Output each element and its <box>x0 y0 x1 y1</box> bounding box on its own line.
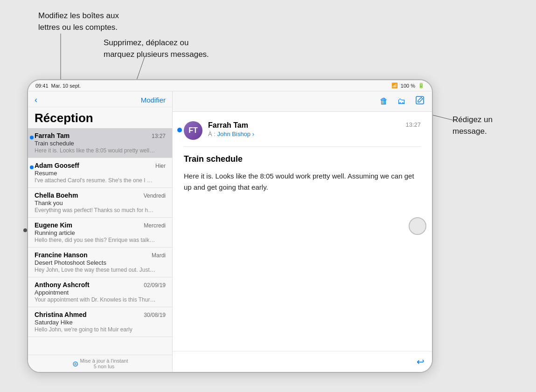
email-detail: FT Farrah Tam À : John Bishop › 13:27 Tr… <box>173 112 432 351</box>
svg-rect-4 <box>416 96 424 104</box>
left-panel: ‹ Modifier Réception Farrah Tam 13:27 Tr… <box>28 91 173 372</box>
message-subject: Resume <box>35 170 166 177</box>
message-sender: Eugene Kim <box>35 221 72 229</box>
unread-dot <box>30 165 34 169</box>
battery-label: 100 % <box>401 83 415 89</box>
back-button[interactable]: ‹ <box>35 95 37 105</box>
message-subject: Train schedule <box>35 140 166 147</box>
status-date: Mar. 10 sept. <box>51 83 81 89</box>
right-panel: 🗑 🗂 FT Farra <box>173 91 432 372</box>
move-button[interactable]: 🗂 <box>397 96 406 106</box>
annotation-mailboxes: Modifiez les boîtes auxlettres ou les co… <box>38 10 119 33</box>
unread-label: 5 non lus <box>94 364 115 369</box>
message-time: Vendredi <box>144 193 166 199</box>
right-toolbar: 🗑 🗂 <box>173 91 432 112</box>
email-timestamp: 13:27 <box>405 121 421 128</box>
message-subject: Running article <box>35 229 166 236</box>
compose-button[interactable] <box>415 96 425 107</box>
side-indicator <box>23 228 27 232</box>
wifi-icon: 📶 <box>391 83 398 89</box>
left-footer: ⊜ Mise à jour à l'instant 5 non lus <box>28 355 172 372</box>
mail-layout: ‹ Modifier Réception Farrah Tam 13:27 Tr… <box>28 91 432 372</box>
battery-icon: 🔋 <box>418 83 425 89</box>
message-preview: Your appointment with Dr. Knowles is thi… <box>35 296 156 303</box>
message-subject: Desert Photoshoot Selects <box>35 259 166 266</box>
status-time: 09:41 <box>35 83 49 89</box>
message-preview: Hey John, Love the way these turned out.… <box>35 267 156 273</box>
message-sender: Chella Boehm <box>35 192 78 199</box>
unread-dot <box>30 136 34 139</box>
message-preview: I've attached Carol's resume. She's the … <box>35 177 156 184</box>
message-sender: Christina Ahmed <box>35 311 87 318</box>
email-subject: Train schedule <box>184 154 421 164</box>
left-header: ‹ Modifier <box>28 91 172 107</box>
message-list[interactable]: Farrah Tam 13:27 Train schedule Here it … <box>28 128 172 355</box>
message-subject: Appointment <box>35 289 166 296</box>
message-time: 02/09/19 <box>144 282 166 289</box>
message-time: 13:27 <box>152 133 166 139</box>
status-bar: 09:41 Mar. 10 sept. 📶 100 % 🔋 <box>28 80 432 91</box>
reply-button[interactable]: ↩ <box>417 356 425 367</box>
mail-settings-icon[interactable]: ⊜ <box>72 359 78 368</box>
home-button[interactable] <box>409 217 426 235</box>
message-item[interactable]: Adam Gooseff Hier Resume I've attached C… <box>28 158 172 188</box>
update-label: Mise à jour à l'instant <box>80 358 128 364</box>
message-preview: Here it is. Looks like the 8:05 would pr… <box>35 147 156 154</box>
message-sender: Francine Hanson <box>35 251 88 259</box>
message-item[interactable]: Farrah Tam 13:27 Train schedule Here it … <box>28 128 172 158</box>
email-header: FT Farrah Tam À : John Bishop › 13:27 <box>184 121 421 147</box>
message-time: Mercredi <box>144 222 166 229</box>
email-to: À : John Bishop › <box>208 131 400 138</box>
message-item[interactable]: Eugene Kim Mercredi Running article Hell… <box>28 218 172 248</box>
message-preview: Hello there, did you see this? Enrique w… <box>35 237 156 243</box>
inbox-title: Réception <box>28 107 172 128</box>
message-item[interactable]: Chella Boehm Vendredi Thank you Everythi… <box>28 188 172 218</box>
message-subject: Saturday Hike <box>35 319 166 326</box>
ipad-frame: 09:41 Mar. 10 sept. 📶 100 % 🔋 ‹ Modifier… <box>27 79 433 373</box>
email-body: Here it is. Looks like the 8:05 would wo… <box>184 171 421 193</box>
avatar: FT <box>184 121 202 140</box>
message-sender: Farrah Tam <box>35 132 70 139</box>
message-sender: Anthony Ashcroft <box>35 281 90 289</box>
message-item[interactable]: Francine Hanson Mardi Desert Photoshoot … <box>28 248 172 277</box>
back-chevron-icon: ‹ <box>35 95 37 105</box>
to-name[interactable]: John Bishop › <box>217 131 255 138</box>
message-time: Hier <box>155 163 166 169</box>
message-subject: Thank you <box>35 199 166 206</box>
message-sender: Adam Gooseff <box>35 162 79 169</box>
email-unread-dot <box>177 128 182 132</box>
to-label: À : <box>208 131 216 138</box>
message-preview: Everything was perfect! Thanks so much f… <box>35 207 156 213</box>
reply-area: ↩ <box>173 351 432 372</box>
email-from-name: Farrah Tam <box>208 121 400 130</box>
message-item[interactable]: Christina Ahmed 30/08/19 Saturday Hike H… <box>28 307 172 337</box>
message-time: Mardi <box>152 252 166 259</box>
message-preview: Hello John, we're going to hit Muir earl… <box>35 326 156 333</box>
email-meta: Farrah Tam À : John Bishop › <box>208 121 400 138</box>
modifier-button[interactable]: Modifier <box>141 96 166 104</box>
message-item[interactable]: Anthony Ashcroft 02/09/19 Appointment Yo… <box>28 277 172 307</box>
annotation-compose: Rédigez unmessage. <box>452 114 493 137</box>
delete-button[interactable]: 🗑 <box>380 96 388 106</box>
message-time: 30/08/19 <box>144 312 166 318</box>
annotation-bulk-actions: Supprimez, déplacez oumarquez plusieurs … <box>104 37 209 60</box>
